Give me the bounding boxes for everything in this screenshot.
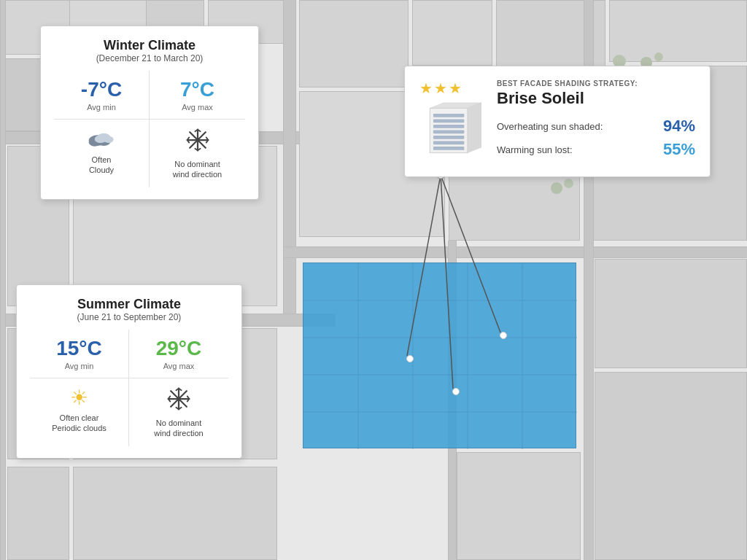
- svg-rect-30: [433, 119, 464, 122]
- stat-warming: Warming sun lost: 55%: [497, 140, 695, 159]
- star-2: ★: [434, 79, 447, 97]
- svg-rect-31: [433, 125, 464, 128]
- winter-temp-max-cell: 7°C Avg max: [150, 71, 245, 119]
- summer-temp-min: 15°C: [39, 337, 120, 360]
- map-dot: [500, 332, 507, 339]
- facade-shading-card: ★ ★ ★ BEST FACADE SHADING STRATEGY: Bris…: [404, 66, 711, 177]
- wind-icon-summer: [166, 386, 192, 412]
- summer-wind-label: No dominantwind direction: [138, 418, 220, 439]
- summer-temp-max: 29°C: [138, 337, 220, 360]
- summer-temp-min-cell: 15°C Avg min: [30, 330, 129, 378]
- star-3: ★: [449, 79, 462, 97]
- winter-temp-min: -7°C: [63, 78, 140, 101]
- summer-title: Summer Climate: [30, 297, 228, 312]
- winter-climate-grid: -7°C Avg min 7°C Avg max OftenCloudy: [54, 71, 245, 187]
- facade-strategy-name: Brise Soleil: [497, 89, 695, 108]
- summer-temp-max-label: Avg max: [138, 362, 220, 370]
- svg-rect-33: [433, 136, 464, 139]
- svg-rect-29: [433, 114, 464, 117]
- summer-climate-card: Summer Climate (June 21 to September 20)…: [16, 284, 242, 459]
- map-dot: [406, 355, 414, 362]
- svg-marker-28: [468, 103, 481, 153]
- summer-temp-max-cell: 29°C Avg max: [129, 330, 228, 378]
- summer-sky-cell: ☀ Often clearPeriodic clouds: [30, 378, 129, 446]
- winter-climate-card: Winter Climate (December 21 to March 20)…: [40, 26, 259, 200]
- facade-strategy-label: BEST FACADE SHADING STRATEGY:: [497, 79, 695, 88]
- facade-info: BEST FACADE SHADING STRATEGY: Brise Sole…: [497, 79, 695, 163]
- winter-title: Winter Climate: [54, 38, 245, 53]
- winter-sky-cell: OftenCloudy: [54, 119, 150, 187]
- stat-warming-value: 55%: [663, 140, 695, 159]
- summer-temp-min-label: Avg min: [39, 362, 120, 370]
- winter-subtitle: (December 21 to March 20): [54, 53, 245, 63]
- facade-image-container: ★ ★ ★: [419, 79, 485, 163]
- summer-subtitle: (June 21 to September 20): [30, 312, 228, 322]
- cloudy-icon: [87, 127, 116, 149]
- summer-sky-label: Often clearPeriodic clouds: [39, 413, 120, 434]
- winter-wind-label: No dominantwind direction: [158, 159, 236, 180]
- sun-icon: ☀: [39, 386, 120, 410]
- svg-point-17: [104, 136, 113, 143]
- star-1: ★: [419, 79, 433, 97]
- winter-temp-min-cell: -7°C Avg min: [54, 71, 150, 119]
- wind-icon: [185, 127, 211, 153]
- winter-temp-max: 7°C: [158, 78, 236, 101]
- summer-climate-grid: 15°C Avg min 29°C Avg max ☀ Often clearP…: [30, 330, 228, 446]
- summer-wind-cell: No dominantwind direction: [129, 378, 228, 446]
- svg-rect-32: [433, 131, 464, 134]
- stars-row: ★ ★ ★: [419, 79, 485, 97]
- stat-warming-label: Warming sun lost:: [497, 144, 573, 155]
- stat-overheating-value: 94%: [663, 117, 695, 136]
- winter-temp-min-label: Avg min: [63, 103, 140, 112]
- winter-wind-cell: No dominantwind direction: [150, 119, 245, 187]
- stat-overheating: Overheating sun shaded: 94%: [497, 117, 695, 136]
- brise-soleil-illustration: [419, 101, 481, 160]
- svg-rect-34: [433, 141, 464, 145]
- svg-rect-35: [433, 147, 464, 150]
- map-dot: [452, 388, 460, 395]
- stat-overheating-label: Overheating sun shaded:: [497, 121, 603, 132]
- winter-sky-label: OftenCloudy: [63, 155, 140, 176]
- winter-temp-max-label: Avg max: [158, 103, 236, 112]
